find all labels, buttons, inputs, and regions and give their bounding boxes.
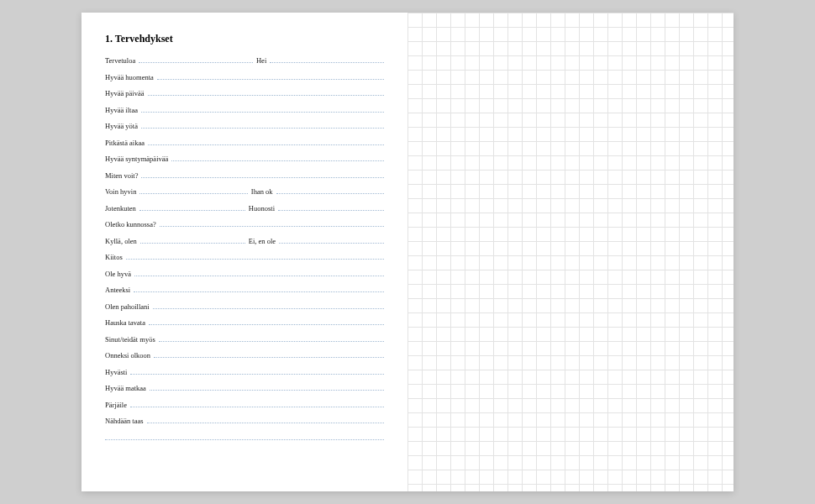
vocab-term: Pitkästä aikaa — [105, 139, 145, 147]
blank-line — [139, 203, 245, 211]
vocab-term: Ole hyvä — [105, 270, 131, 278]
vocabulary-list: TervetuloaHeiHyvää huomentaHyvää päivääH… — [105, 55, 384, 449]
blank-line — [153, 302, 384, 309]
blank-line — [141, 171, 384, 178]
vocab-term: Kiitos — [105, 253, 123, 261]
vocab-term: Ei, en ole — [249, 237, 276, 245]
vocab-term: Nähdään taas — [105, 417, 144, 425]
blank-line — [154, 350, 384, 358]
vocab-row: Miten voit? — [105, 171, 384, 187]
blank-line — [134, 285, 384, 292]
vocab-row: Voin hyvinIhan ok — [105, 186, 384, 203]
blank-line — [278, 203, 384, 211]
vocab-term: Pärjäile — [105, 401, 127, 409]
blank-line — [139, 55, 253, 63]
blank-line — [134, 269, 384, 276]
vocab-term: Voin hyvin — [105, 187, 136, 196]
vocab-row: Nähdään taas — [105, 416, 384, 433]
vocab-term: Hyvästi — [105, 368, 127, 376]
vocab-row — [105, 433, 384, 449]
vocab-row: Hyvää syntymäpäivää — [105, 154, 384, 171]
vocab-row: TervetuloaHei — [105, 55, 384, 72]
vocab-row: Olen pahoillani — [105, 302, 384, 318]
vocab-term: Hyvää huomenta — [105, 73, 154, 81]
blank-line — [130, 400, 384, 407]
blank-line — [105, 433, 384, 440]
blank-line — [148, 88, 385, 96]
blank-line — [139, 186, 247, 194]
vocab-term: Hyvää iltaa — [105, 106, 138, 114]
vocab-term: Hei — [256, 56, 266, 65]
blank-line — [147, 416, 384, 423]
vocab-row: Sinut/teidät myös — [105, 334, 384, 351]
vocab-term: Sinut/teidät myös — [105, 335, 155, 344]
vocab-row: Oletko kunnossa? — [105, 219, 384, 236]
vocab-row: Pitkästä aikaa — [105, 138, 384, 155]
blank-line — [279, 236, 384, 244]
vocab-row: Hyvää huomenta — [105, 72, 384, 89]
vocab-row: JotenkutenHuonosti — [105, 203, 384, 220]
vocab-term: Miten voit? — [105, 171, 138, 180]
vocab-row: Hauska tavata — [105, 318, 384, 334]
blank-line — [141, 105, 384, 113]
blank-line — [126, 252, 384, 260]
vocab-term: Ihan ok — [251, 187, 273, 196]
blank-line — [149, 318, 384, 325]
blank-line — [270, 55, 384, 63]
vocab-row: Hyvästi — [105, 367, 384, 384]
vocab-row: Ole hyvä — [105, 269, 384, 286]
vocab-row: Hyvää matkaa — [105, 383, 384, 400]
vocab-term: Jotenkuten — [105, 204, 136, 213]
blank-line — [141, 121, 384, 129]
vocab-term: Tervetuloa — [105, 56, 135, 65]
blank-line — [140, 236, 245, 244]
blank-line — [159, 334, 384, 342]
vocab-row: Kiitos — [105, 252, 384, 269]
vocab-term: Hyvää matkaa — [105, 384, 146, 392]
vocab-term: Hyvää yötä — [105, 122, 138, 130]
blank-line — [157, 72, 384, 80]
vocab-term: Kyllä, olen — [105, 237, 137, 245]
vocab-row: Hyvää yötä — [105, 121, 384, 138]
grid-paper — [408, 13, 734, 491]
left-page: 1. Tervehdykset TervetuloaHeiHyvää huome… — [82, 13, 408, 491]
vocab-row: Pärjäile — [105, 400, 384, 417]
blank-line — [150, 383, 384, 391]
vocab-row: Anteeksi — [105, 285, 384, 302]
vocab-term: Olen pahoillani — [105, 302, 150, 311]
vocab-term: Onneksi olkoon — [105, 351, 150, 360]
vocab-row: Hyvää iltaa — [105, 105, 384, 122]
blank-line — [130, 367, 384, 375]
vocab-term: Hyvää syntymäpäivää — [105, 155, 168, 163]
vocab-term: Oletko kunnossa? — [105, 220, 156, 228]
vocab-row: Onneksi olkoon — [105, 350, 384, 367]
vocab-row: Hyvää päivää — [105, 88, 384, 105]
blank-line — [171, 154, 384, 161]
vocab-term: Anteeksi — [105, 286, 130, 294]
blank-line — [148, 138, 384, 145]
blank-line — [160, 219, 384, 227]
blank-line — [276, 186, 384, 194]
vocab-row: Kyllä, olenEi, en ole — [105, 236, 384, 253]
vocab-term: Hauska tavata — [105, 318, 145, 327]
vocab-term: Hyvää päivää — [105, 89, 145, 97]
page-spread: 1. Tervehdykset TervetuloaHeiHyvää huome… — [82, 13, 734, 491]
vocab-term: Huonosti — [249, 204, 275, 213]
right-page — [408, 13, 734, 491]
section-heading: 1. Tervehdykset — [105, 33, 384, 45]
